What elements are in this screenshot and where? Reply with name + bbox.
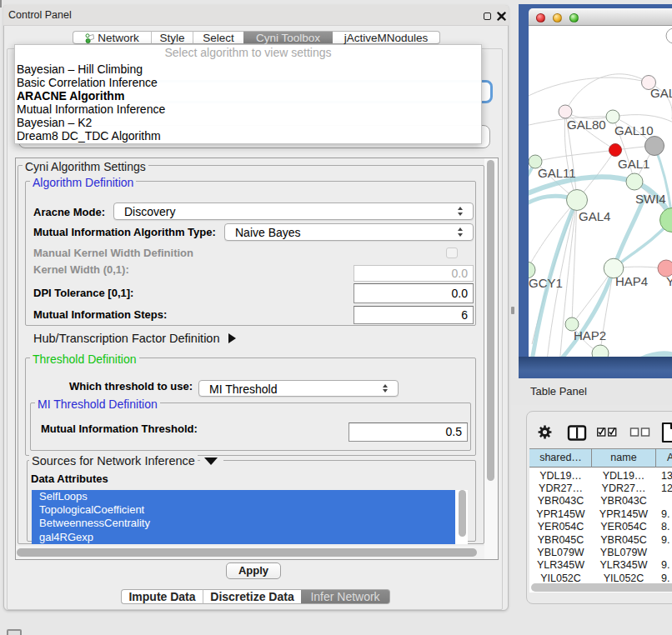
svg-text:GAL11: GAL11 bbox=[538, 166, 576, 180]
svg-text:GAL1: GAL1 bbox=[618, 157, 649, 171]
svg-text:Y: Y bbox=[666, 274, 672, 288]
svg-text:SWI4: SWI4 bbox=[635, 192, 666, 206]
svg-text:GCY1: GCY1 bbox=[529, 276, 563, 290]
svg-text:GAL4: GAL4 bbox=[579, 209, 610, 223]
svg-text:GAL2: GAL2 bbox=[650, 86, 672, 100]
svg-text:HAP4: HAP4 bbox=[615, 274, 648, 288]
svg-text:HAP2: HAP2 bbox=[574, 328, 606, 342]
svg-text:GAL10: GAL10 bbox=[614, 123, 654, 138]
svg-text:GAL80: GAL80 bbox=[567, 118, 606, 132]
